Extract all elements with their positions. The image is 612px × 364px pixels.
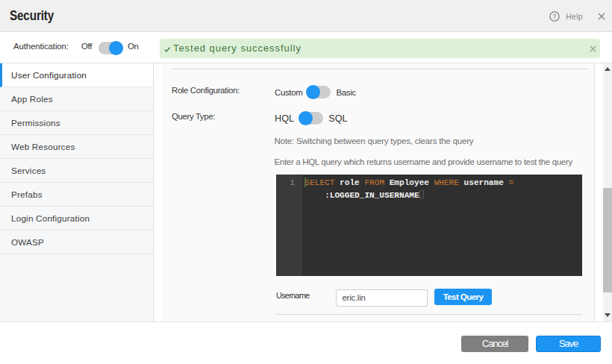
svg-text:?: ? — [553, 13, 557, 20]
